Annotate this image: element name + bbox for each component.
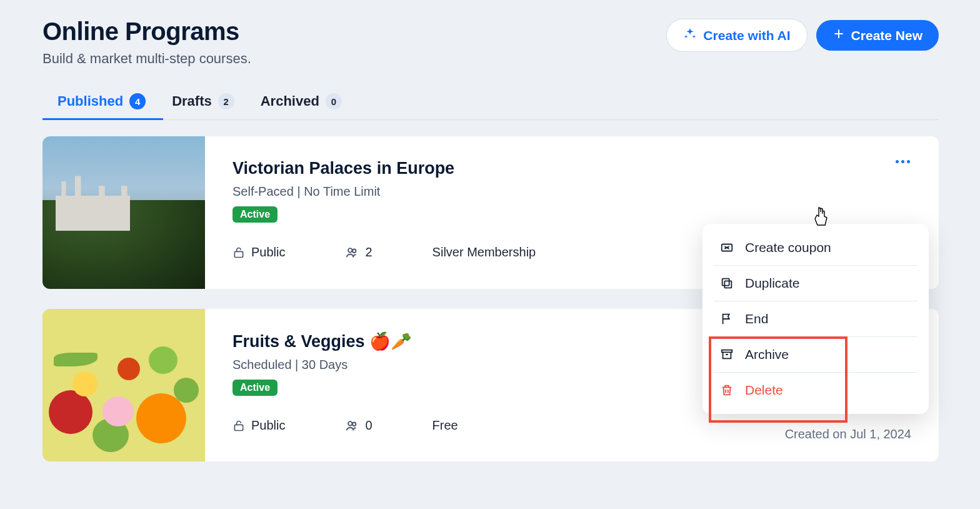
svg-point-5 [352,422,356,426]
svg-rect-7 [724,281,731,288]
program-thumbnail [42,136,205,289]
menu-duplicate[interactable]: Duplicate [714,266,918,301]
trash-icon [720,383,734,397]
menu-create-coupon[interactable]: Create coupon [714,230,918,266]
tab-label: Drafts [172,93,212,109]
program-title: Victorian Palaces in Europe [232,159,911,178]
menu-label: Archive [745,347,789,362]
page-subtitle: Build & market multi-step courses. [42,51,251,67]
members-count: 2 [365,245,372,260]
page-header: Online Programs Build & market multi-ste… [42,18,939,67]
cursor-pointer-icon [812,206,831,233]
unlock-icon [232,246,245,259]
tab-drafts[interactable]: Drafts 2 [172,93,234,119]
create-with-ai-label: Create with AI [703,28,790,43]
plan-meta: Free [432,418,458,433]
duplicate-icon [720,276,734,290]
menu-delete[interactable]: Delete [714,373,918,408]
actions-menu: Create coupon Duplicate End Archive Dele… [702,224,929,414]
status-badge: Active [232,206,278,223]
svg-rect-9 [722,350,732,353]
tab-count-badge: 0 [326,93,342,109]
svg-point-1 [349,248,352,252]
members-meta: 2 [345,245,372,260]
create-with-ai-button[interactable]: Create with AI [666,19,807,52]
menu-label: End [745,311,768,326]
svg-point-4 [349,421,352,425]
svg-point-2 [352,249,356,253]
program-thumbnail [42,309,205,461]
create-new-label: Create New [851,28,922,43]
status-badge: Active [232,380,278,396]
visibility-meta: Public [232,245,285,260]
menu-end[interactable]: End [714,301,918,337]
tab-label: Published [58,93,123,109]
tab-count-badge: 4 [129,93,146,109]
people-icon [345,419,359,433]
create-new-button[interactable]: Create New [816,20,939,51]
tabs: Published 4 Drafts 2 Archived 0 [42,93,939,120]
tab-label: Archived [261,93,319,109]
plus-icon [832,28,845,43]
svg-rect-3 [234,425,242,430]
dots-icon [896,160,910,163]
plan-label: Free [432,418,458,433]
page-title: Online Programs [42,18,251,46]
members-meta: 0 [345,418,372,433]
menu-label: Create coupon [745,240,831,255]
sparkle-icon [683,27,697,44]
svg-rect-8 [722,279,729,286]
coupon-icon [720,241,734,254]
created-label: Created on Jul 1, 2024 [785,427,911,441]
svg-rect-0 [234,251,242,257]
flag-icon [720,312,734,326]
tab-published[interactable]: Published 4 [58,93,146,119]
visibility-label: Public [251,245,285,260]
tab-archived[interactable]: Archived 0 [261,93,342,119]
menu-label: Delete [745,383,783,398]
more-actions-button[interactable] [896,160,910,163]
tab-count-badge: 2 [218,93,234,109]
people-icon [345,246,359,260]
menu-archive[interactable]: Archive [714,337,918,373]
plan-meta: Silver Membership [432,245,536,260]
plan-label: Silver Membership [432,245,536,260]
visibility-meta: Public [232,418,285,433]
program-subtitle: Self-Paced | No Time Limit [232,184,911,199]
menu-label: Duplicate [745,276,800,291]
members-count: 0 [365,418,372,433]
archive-icon [720,348,734,361]
visibility-label: Public [251,418,285,433]
unlock-icon [232,420,245,432]
